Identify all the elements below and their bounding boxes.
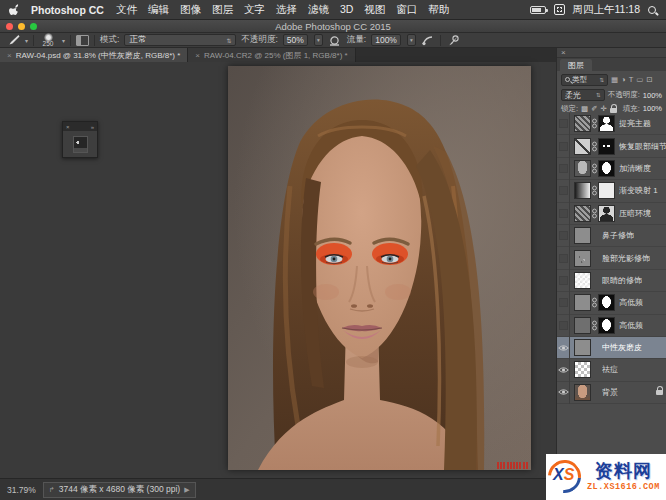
layer-name[interactable]: 压暗环境 — [619, 208, 651, 219]
layer-thumbnail[interactable] — [574, 361, 591, 378]
layer-thumbnail[interactable] — [574, 115, 591, 132]
menu-item[interactable]: 视图 — [364, 3, 385, 17]
layer-thumbnail[interactable] — [574, 294, 591, 311]
menu-item[interactable]: 图像 — [180, 3, 201, 17]
menu-item[interactable]: 帮助 — [428, 3, 449, 17]
layer-visibility-toggle[interactable] — [557, 224, 570, 246]
layer-visibility-toggle[interactable] — [557, 180, 570, 202]
layer-mask-thumbnail[interactable] — [598, 205, 615, 222]
layer-name[interactable]: 脸部光影修饰 — [602, 253, 650, 264]
menubar-clock[interactable]: 周四上午11:18 — [573, 3, 641, 17]
document-tab[interactable]: ×RAW-04.psd @ 31.8% (中性灰磨皮, RGB/8*) * — [0, 48, 188, 62]
layer-visibility-toggle[interactable] — [557, 359, 570, 381]
menu-item[interactable]: 3D — [340, 3, 353, 17]
layer-thumbnail[interactable] — [574, 205, 591, 222]
layer-row[interactable]: 中性灰磨皮 — [557, 337, 666, 359]
pressure-size-icon[interactable] — [446, 34, 460, 46]
layer-name[interactable]: 背景 — [602, 387, 618, 398]
panel-close-icon[interactable]: × — [561, 48, 566, 57]
lock-option-icon[interactable]: ▩ — [581, 104, 588, 113]
layer-thumbnail[interactable] — [574, 384, 591, 401]
layer-thumbnail[interactable] — [574, 317, 591, 334]
layer-row[interactable]: 高低频 — [557, 292, 666, 314]
layer-row[interactable]: 祛痘 — [557, 359, 666, 381]
menu-item[interactable]: 图层 — [212, 3, 233, 17]
layer-visibility-toggle[interactable] — [557, 247, 570, 269]
layer-filter-select[interactable]: 类型 ⇅ — [561, 74, 608, 86]
filter-icon[interactable]: T — [629, 75, 634, 84]
menu-item[interactable]: 编辑 — [148, 3, 169, 17]
layer-visibility-toggle[interactable] — [557, 269, 570, 291]
floating-panel-close-icon[interactable]: × — [66, 124, 70, 130]
menu-item[interactable]: 窗口 — [396, 3, 417, 17]
layer-opacity-value[interactable]: 100% — [643, 91, 662, 100]
filter-icon[interactable]: ◑ — [621, 75, 626, 84]
lock-option-icon[interactable]: ✐ — [591, 104, 597, 113]
layer-thumbnail[interactable] — [574, 160, 591, 177]
canvas-area[interactable]: × » — [0, 62, 556, 478]
filter-icon[interactable]: ▦ — [611, 75, 618, 84]
input-source-icon[interactable] — [554, 4, 565, 15]
menu-item[interactable]: 选择 — [276, 3, 297, 17]
layer-row[interactable]: 加清晰度 — [557, 158, 666, 180]
layer-row[interactable]: 背景 — [557, 382, 666, 404]
layer-name[interactable]: 祛痘 — [602, 364, 618, 375]
layer-row[interactable]: 渐变映射 1 — [557, 180, 666, 202]
airbrush-icon[interactable] — [421, 34, 435, 46]
toggle-brush-panel-icon[interactable] — [76, 35, 89, 46]
layer-visibility-toggle[interactable] — [557, 292, 570, 314]
flow-dropdown-icon[interactable]: ▾ — [407, 34, 416, 46]
opacity-value-field[interactable]: 50% — [283, 34, 308, 46]
apple-menu-icon[interactable] — [8, 3, 19, 16]
layer-visibility-toggle[interactable] — [557, 314, 570, 336]
floating-mini-panel[interactable]: × » — [62, 121, 98, 158]
layer-visibility-toggle[interactable] — [557, 336, 570, 358]
battery-icon[interactable] — [530, 6, 546, 14]
layer-thumbnail[interactable] — [574, 339, 591, 356]
opacity-dropdown-icon[interactable]: ▾ — [314, 34, 323, 46]
menu-item[interactable]: 滤镜 — [308, 3, 329, 17]
layer-name[interactable]: 恢复眼部细节 — [619, 141, 666, 152]
app-menu-title[interactable]: Photoshop CC — [31, 4, 104, 16]
layer-mask-thumbnail[interactable] — [598, 138, 615, 155]
layer-visibility-toggle[interactable] — [557, 135, 570, 157]
layer-thumbnail[interactable] — [574, 227, 591, 244]
layer-thumbnail[interactable] — [574, 272, 591, 289]
tab-close-icon[interactable]: × — [195, 51, 200, 60]
brush-preset-picker[interactable]: 250 — [39, 33, 57, 48]
layer-row[interactable]: 脸部光影修饰 — [557, 247, 666, 269]
menu-item[interactable]: 文字 — [244, 3, 265, 17]
menu-item[interactable]: 文件 — [116, 3, 137, 17]
layer-thumbnail[interactable] — [574, 250, 591, 267]
layer-blend-mode-select[interactable]: 柔光 ⇅ — [561, 89, 605, 101]
layer-name[interactable]: 渐变映射 1 — [619, 185, 658, 196]
layer-name[interactable]: 加清晰度 — [619, 163, 651, 174]
layer-row[interactable]: 高低频 — [557, 315, 666, 337]
floating-panel-thumbnail[interactable] — [73, 136, 88, 153]
layer-visibility-toggle[interactable] — [557, 157, 570, 179]
layer-mask-thumbnail[interactable] — [598, 115, 615, 132]
layer-mask-thumbnail[interactable] — [598, 160, 615, 177]
tab-close-icon[interactable]: × — [7, 51, 12, 60]
floating-panel-collapse-icon[interactable]: » — [91, 124, 94, 130]
brush-picker-caret-icon[interactable]: ▾ — [62, 37, 65, 44]
layer-name[interactable]: 高低频 — [619, 320, 643, 331]
layer-row[interactable]: 压暗环境 — [557, 203, 666, 225]
spotlight-search-icon[interactable] — [648, 6, 656, 14]
flow-value-field[interactable]: 100% — [371, 34, 401, 46]
lock-option-icon[interactable]: ✛ — [600, 104, 606, 113]
document-tab[interactable]: ×RAW-04.CR2 @ 25% (图层 1, RGB/8*) * — [188, 48, 355, 62]
layer-name[interactable]: 鼻子修饰 — [602, 230, 634, 241]
pressure-opacity-icon[interactable] — [328, 34, 342, 46]
layer-row[interactable]: 提亮主题 — [557, 113, 666, 135]
layer-visibility-toggle[interactable] — [557, 202, 570, 224]
layer-mask-thumbnail[interactable] — [598, 317, 615, 334]
zoom-level-field[interactable]: 31.79% — [7, 485, 36, 495]
layer-thumbnail[interactable] — [574, 138, 591, 155]
brush-tool-icon[interactable] — [5, 34, 20, 46]
blend-mode-select[interactable]: 正常 ⇅ — [124, 34, 236, 46]
layer-thumbnail[interactable] — [574, 182, 591, 199]
layer-name[interactable]: 中性灰磨皮 — [602, 342, 642, 353]
tool-preset-caret-icon[interactable]: ▾ — [25, 37, 28, 44]
fill-value[interactable]: 100% — [643, 104, 662, 113]
